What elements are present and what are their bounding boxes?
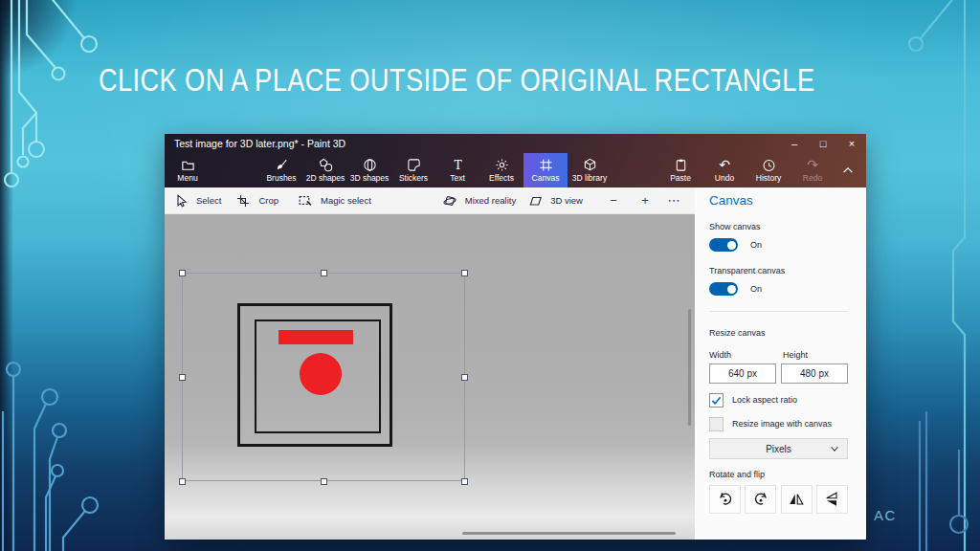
zoom-in-button[interactable]: +	[637, 193, 653, 208]
menu-button[interactable]: Menu	[168, 153, 207, 187]
transparent-canvas-toggle[interactable]	[709, 282, 738, 296]
magic-select-tool[interactable]: Magic select	[299, 194, 371, 208]
rotate-right-icon	[753, 492, 768, 507]
crop-icon	[236, 194, 250, 208]
rotate-left-button[interactable]	[709, 485, 741, 514]
selection-handle-e[interactable]	[461, 374, 468, 381]
vertical-scrollbar[interactable]	[688, 309, 691, 426]
resize-image-checkbox[interactable]	[709, 417, 724, 431]
3d-library-icon	[583, 158, 597, 172]
units-value: Pixels	[766, 444, 791, 454]
chevron-up-icon	[841, 164, 855, 177]
window-controls: – □ ×	[780, 134, 866, 153]
paint3d-window: Test image for 3D later.png* - Paint 3D …	[165, 134, 866, 540]
select-cursor-icon	[174, 194, 188, 208]
flip-vertical-icon	[824, 492, 839, 507]
flip-horizontal-icon	[789, 492, 804, 507]
flip-horizontal-button[interactable]	[781, 485, 813, 514]
stickers-button[interactable]: Stickers	[391, 153, 435, 187]
effects-button[interactable]: Effects	[479, 153, 523, 187]
show-canvas-state: On	[750, 240, 762, 250]
circuit-decoration-top-left	[0, 0, 134, 210]
selection-handle-w[interactable]	[179, 374, 186, 381]
rotate-flip-label: Rotate and flip	[709, 470, 848, 479]
3d-library-button[interactable]: 3D library	[568, 153, 612, 187]
lock-aspect-label: Lock aspect ratio	[732, 395, 797, 405]
stickers-icon	[407, 158, 421, 172]
mixed-reality-tool[interactable]: Mixed reality	[443, 194, 516, 208]
redo-icon: ↷	[807, 158, 818, 172]
width-input[interactable]	[709, 364, 776, 384]
resize-canvas-label: Resize canvas	[709, 328, 848, 338]
presentation-slide: CLICK ON A PLACE OUTSIDE OF ORIGINAL REC…	[0, 0, 980, 551]
zoom-out-button[interactable]: −	[606, 193, 621, 208]
brushes-button[interactable]: Brushes	[259, 153, 303, 187]
transparent-canvas-state: On	[750, 284, 762, 294]
magic-select-icon	[299, 194, 312, 208]
undo-button[interactable]: ↶ Undo	[702, 153, 746, 187]
paste-button[interactable]: Paste	[658, 153, 702, 187]
maximize-button[interactable]: □	[809, 134, 837, 153]
tools-bar: Select Crop Magic select	[165, 187, 695, 214]
rotate-right-button[interactable]	[745, 485, 776, 514]
titlebar[interactable]: Test image for 3D later.png* - Paint 3D …	[165, 134, 866, 153]
selection-handle-nw[interactable]	[179, 270, 186, 276]
selection-box[interactable]	[182, 273, 465, 481]
show-canvas-label: Show canvas	[709, 222, 848, 231]
editor-column: Select Crop Magic select	[165, 187, 695, 540]
3d-view-tool[interactable]: 3D view	[528, 194, 583, 208]
canvas-settings-panel: Canvas Show canvas On Transparent canvas…	[695, 187, 866, 540]
resize-image-label: Resize image with canvas	[732, 419, 832, 429]
show-canvas-toggle[interactable]	[709, 238, 738, 252]
main-toolbar: Menu Brushes 2D shapes 3D shape	[165, 153, 866, 187]
window-chrome: Test image for 3D later.png* - Paint 3D …	[165, 134, 866, 187]
selection-handle-se[interactable]	[461, 478, 468, 485]
width-label: Width	[709, 350, 731, 360]
rotate-left-icon	[718, 492, 733, 507]
units-dropdown[interactable]: Pixels	[709, 438, 848, 459]
brush-icon	[275, 158, 289, 172]
text-icon: T	[451, 158, 465, 172]
history-button[interactable]: History	[746, 153, 791, 187]
text-button[interactable]: T Text	[435, 153, 479, 187]
minimize-button[interactable]: –	[780, 134, 809, 153]
height-input[interactable]	[781, 364, 848, 384]
undo-icon: ↶	[719, 158, 730, 172]
canvas-icon	[539, 158, 553, 172]
effects-icon	[495, 158, 509, 172]
history-icon	[762, 158, 776, 172]
select-tool[interactable]: Select	[174, 194, 221, 208]
slide-title: CLICK ON A PLACE OUTSIDE OF ORIGINAL REC…	[99, 63, 814, 98]
flip-vertical-button[interactable]	[816, 485, 848, 514]
author-initials: AC	[874, 507, 897, 523]
checkmark-icon	[711, 395, 722, 406]
3d-shapes-icon	[363, 158, 377, 172]
2d-shapes-button[interactable]: 2D shapes	[303, 153, 347, 187]
collapse-ribbon-button[interactable]	[835, 153, 861, 187]
selection-handle-n[interactable]	[321, 270, 327, 276]
selection-handle-s[interactable]	[321, 478, 327, 485]
selection-handle-ne[interactable]	[461, 270, 468, 276]
drawing-canvas[interactable]	[165, 214, 695, 540]
3d-shapes-button[interactable]: 3D shapes	[347, 153, 391, 187]
2d-shapes-icon	[319, 158, 333, 172]
selection-handle-sw[interactable]	[179, 478, 186, 485]
canvas-button[interactable]: Canvas	[523, 153, 568, 187]
lock-aspect-checkbox[interactable]	[709, 393, 724, 408]
window-body: Select Crop Magic select	[165, 187, 866, 540]
menu-icon	[181, 158, 195, 172]
horizontal-scrollbar[interactable]	[462, 532, 676, 535]
transparent-canvas-label: Transparent canvas	[709, 266, 848, 276]
panel-title: Canvas	[709, 193, 848, 208]
divider	[709, 311, 848, 312]
toggle-knob	[727, 285, 736, 294]
crop-tool[interactable]: Crop	[236, 194, 278, 208]
toggle-knob	[727, 241, 736, 250]
redo-button[interactable]: ↷ Redo	[791, 153, 835, 187]
close-button[interactable]: ×	[837, 134, 866, 153]
3d-view-icon	[528, 194, 542, 208]
more-options-button[interactable]: ⋯	[666, 193, 681, 208]
chevron-down-icon	[830, 444, 839, 453]
paste-icon	[674, 158, 688, 172]
window-title: Test image for 3D later.png* - Paint 3D	[174, 138, 345, 149]
